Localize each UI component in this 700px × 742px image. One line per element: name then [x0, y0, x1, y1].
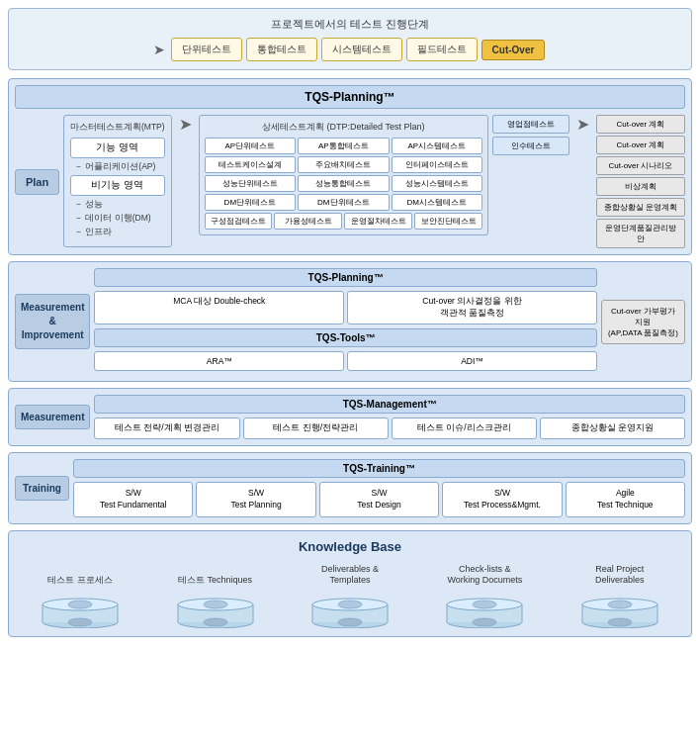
mgmt-item-4: 종합상황실 운영지원	[540, 417, 685, 439]
kb-items: 테스트 프로세스 테스트 Techniques	[17, 564, 683, 628]
svg-point-3	[68, 601, 92, 608]
test-row-3: 성능단위테스트 성능통합테스트 성능시스템테스트	[205, 175, 482, 192]
test-cell-ap-sys: AP시스템테스트	[392, 138, 482, 154]
test-cell-batch: 주요배치테스트	[298, 156, 389, 173]
training-item-1: S/W Test Fundamental	[73, 482, 193, 517]
kb-disk-1	[41, 591, 120, 628]
training-center: TQS-Training™ S/W Test Fundamental S/W T…	[73, 459, 685, 517]
mgmt-header: TQS-Management™	[94, 395, 685, 414]
test-cell-perf-unit: 성능단위테스트	[205, 175, 296, 192]
meas-content: Measurement&Improvement TQS-Planning™ MC…	[15, 268, 685, 375]
training-section: Training TQS-Training™ S/W Test Fundamen…	[8, 452, 692, 524]
mca-box: MCA 대상 Double-check	[94, 291, 344, 325]
kb-item-2: 테스트 Techniques	[171, 575, 260, 628]
training-item-3-line2: Test Design	[326, 500, 432, 511]
training-item-5-line2: Test Technique	[572, 500, 678, 511]
training-item-2-line1: S/W	[203, 488, 308, 500]
mgmt-content: Measurement TQS-Management™ 테스트 전략/계획 변경…	[15, 395, 685, 439]
test-cell-avail: 가용성테스트	[274, 213, 342, 230]
cutover-4: 비상계획	[596, 177, 685, 196]
cutover-quality-box: Cut-over 의사결정을 위한 객관적 품질측정	[347, 291, 597, 325]
biz-test-box: 영업점테스트	[492, 115, 569, 134]
right-arrow-icon: ➤	[573, 115, 592, 134]
mgmt-row: 테스트 전략/계획 변경관리 테스트 진행/전략관리 테스트 이슈/리스크관리 …	[94, 417, 685, 439]
kb-disk-2	[176, 591, 255, 628]
svg-point-4	[68, 618, 92, 626]
training-item-2: S/W Test Planning	[196, 482, 315, 517]
plan-content: Plan 마스터테스트계획(MTP) 기능 영역 － 어플리케이션(AP) 비기…	[15, 115, 685, 248]
cutover-3: Cut-over 시나리오	[596, 156, 685, 175]
kb-item-4: Check-lists & Working Documets	[440, 564, 529, 628]
step-cutover: Cut-Over	[481, 40, 546, 60]
plan-section-header: TQS-Planning™	[15, 85, 685, 109]
test-cell-case: 테스트케이스설계	[205, 156, 296, 173]
training-item-4-line2: Test Process&Mgmt.	[449, 500, 555, 511]
training-item-5-line1: Agile	[572, 488, 678, 500]
test-grid: AP단위테스트 AP통합테스트 AP시스템테스트 테스트케이스설계 주요배치테스…	[205, 138, 482, 230]
adi-box: ADI™	[347, 351, 597, 371]
mgmt-center: TQS-Management™ 테스트 전략/계획 변경관리 테스트 진행/전략…	[94, 395, 685, 439]
cutover-eval-box: Cut-over 가부평가 지원 (AP,DATA 품질측정)	[601, 300, 685, 344]
training-header: TQS-Training™	[73, 459, 685, 478]
cutover-eval-text: Cut-over 가부평가 지원 (AP,DATA 품질측정)	[608, 307, 678, 337]
test-cell-config: 구성점검테스트	[205, 213, 273, 230]
cutover-5: 종합상황실 운영계획	[596, 198, 685, 217]
mgmt-label: Measurement	[15, 405, 90, 429]
mgmt-section: Measurement TQS-Management™ 테스트 전략/계획 변경…	[8, 388, 692, 446]
main-container: 프로젝트에서의 테스트 진행단계 ➤ 단위테스트 통합테스트 시스템테스트 필드…	[0, 0, 700, 645]
test-row-4: DM단위테스트 DM단위테스트 DM시스템테스트	[205, 194, 482, 211]
kb-section: Knowledge Base 테스트 프로세스 테스트 Techniques	[8, 530, 692, 637]
progress-steps: ➤ 단위테스트 통합테스트 시스템테스트 필드테스트 Cut-Over	[21, 38, 679, 61]
training-item-3-line1: S/W	[326, 488, 432, 500]
test-cell-dm-unit: DM단위테스트	[205, 194, 296, 211]
dtp-label: 상세테스트계획 (DTP:Detailed Test Plan)	[205, 121, 482, 134]
mgmt-item-2: 테스트 진행/전략관리	[243, 417, 389, 439]
cutover-1: Cut-over 계획	[596, 115, 685, 134]
kb-label-2: 테스트 Techniques	[178, 575, 252, 587]
test-cell-ops: 운영절차테스트	[344, 213, 412, 230]
kb-label-5: Real Project Deliverables	[595, 564, 645, 587]
kb-disk-5	[580, 591, 659, 628]
func-sub: － 어플리케이션(AP)	[70, 161, 165, 173]
kb-item-3: Deliverables & Templates	[306, 564, 394, 628]
progress-arrow-icon: ➤	[153, 42, 165, 57]
meas-center: TQS-Planning™ MCA 대상 Double-check Cut-ov…	[94, 268, 596, 375]
svg-point-31	[608, 601, 632, 608]
kb-label-4: Check-lists & Working Documets	[447, 564, 522, 587]
training-item-5: Agile Test Technique	[566, 482, 685, 517]
training-content: Training TQS-Training™ S/W Test Fundamen…	[15, 459, 685, 517]
meas-right: Cut-over 가부평가 지원 (AP,DATA 품질측정)	[601, 300, 685, 344]
meas-tqs-planning-header: TQS-Planning™	[94, 268, 596, 287]
step-field: 필드테스트	[406, 38, 478, 61]
training-item-2-line2: Test Planning	[203, 500, 308, 511]
plan-mtp-block: 마스터테스트계획(MTP) 기능 영역 － 어플리케이션(AP) 비기능 영역 …	[63, 115, 172, 247]
training-item-4-line1: S/W	[449, 488, 555, 500]
kb-disk-3	[310, 591, 390, 628]
kb-disk-4	[445, 591, 524, 628]
cutover-quality-text: Cut-over 의사결정을 위한 객관적 품질측정	[422, 296, 521, 318]
test-row-5: 구성점검테스트 가용성테스트 운영절차테스트 보안진단테스트	[205, 213, 482, 230]
test-cell-ap-unit: AP단위테스트	[205, 138, 296, 154]
test-row-2: 테스트케이스설계 주요배치테스트 인터페이스테스트	[205, 156, 482, 173]
test-cell-dm-sys: DM시스템테스트	[392, 194, 482, 211]
test-cell-dm-unit2: DM단위테스트	[298, 194, 389, 211]
accept-test-box: 인수테스트	[492, 137, 569, 155]
nonfunc-sub-3: － 인프라	[70, 227, 165, 238]
cutover-2: Cut-over 계획	[596, 136, 685, 154]
ara-box: ARA™	[94, 351, 344, 371]
svg-point-10	[204, 601, 227, 608]
step-unit: 단위테스트	[171, 38, 242, 61]
training-item-1-line2: Test Fundamental	[80, 500, 186, 511]
meas-label-text: Measurement&Improvement	[21, 302, 84, 340]
test-cell-ap-int: AP통합테스트	[298, 138, 389, 154]
svg-point-18	[338, 618, 362, 626]
test-cell-perf-sys: 성능시스템테스트	[392, 175, 482, 192]
plan-dtp-block: 상세테스트계획 (DTP:Detailed Test Plan) AP단위테스트…	[199, 115, 488, 235]
mgmt-item-3: 테스트 이슈/리스크관리	[392, 417, 537, 439]
svg-point-11	[204, 618, 227, 626]
svg-point-24	[473, 601, 496, 608]
nonfunc-sub-1: － 성능	[70, 199, 165, 211]
plan-label: Plan	[15, 169, 59, 195]
svg-point-25	[473, 618, 496, 626]
kb-label-1: 테스트 프로세스	[47, 575, 113, 587]
